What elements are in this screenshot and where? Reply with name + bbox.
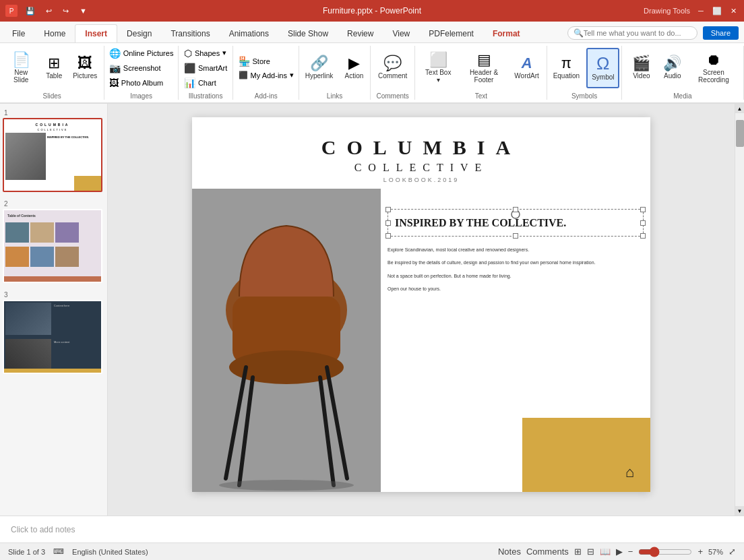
slide-subtitle: COLLECTIVE	[192, 162, 650, 174]
quick-customize[interactable]: ▼	[77, 5, 90, 16]
shapes-button[interactable]: ⬡ Shapes ▾	[181, 46, 230, 60]
comments-button[interactable]: Comments	[526, 547, 569, 557]
photo-album-button[interactable]: 🖼 Photo Album	[106, 76, 177, 90]
slide-editor: COLUMBIA COLLECTIVE LOOKBOOK.2019	[108, 104, 735, 516]
images-small-group: 🌐 Online Pictures 📷 Screenshot 🖼 Photo A…	[106, 46, 177, 90]
scroll-up-button[interactable]: ▲	[735, 104, 745, 113]
handle-mr[interactable]	[640, 220, 646, 226]
text-group-items: ⬜ Text Box ▾ ▤ Header & Footer A WordArt	[421, 46, 541, 90]
audio-button[interactable]: 🔊 Audio	[658, 48, 687, 88]
slide-sorter-button[interactable]: ⊟	[587, 547, 594, 557]
gold-bar: ⌂	[522, 418, 650, 492]
handle-tr[interactable]	[640, 207, 646, 212]
screenshot-icon: 📷	[109, 63, 121, 73]
quick-undo[interactable]: ↩	[43, 5, 55, 17]
store-button[interactable]: 🏪 Store	[236, 55, 297, 68]
title-bar: P 💾 ↩ ↪ ▼ Furniture.pptx - PowerPoint Dr…	[0, 0, 744, 22]
slideshow-button[interactable]: ▶	[616, 547, 623, 557]
tab-file[interactable]: File	[3, 25, 34, 42]
my-addins-button[interactable]: ⬛ My Add-ins ▾	[236, 69, 297, 81]
symbols-group-label: Symbols	[571, 90, 597, 100]
tab-home[interactable]: Home	[34, 25, 75, 42]
ribbon-group-addins: 🏪 Store ⬛ My Add-ins ▾ Add-ins	[233, 46, 299, 100]
images-group-items: 🌐 Online Pictures 📷 Screenshot 🖼 Photo A…	[106, 46, 177, 90]
restore-button[interactable]: ⬜	[712, 5, 722, 16]
minimize-button[interactable]: ─	[695, 5, 706, 16]
action-button[interactable]: ▶ Action	[340, 48, 368, 88]
screen-recording-button[interactable]: ⏺ Screen Recording	[689, 48, 738, 88]
quick-redo[interactable]: ↪	[60, 5, 71, 17]
tab-animations[interactable]: Animations	[220, 25, 278, 42]
slide-right-content: INSPIRED BY THE COLLECTIVE. Explore Scan…	[381, 189, 650, 492]
reading-view-button[interactable]: 📖	[600, 547, 611, 557]
tab-slideshow[interactable]: Slide Show	[278, 25, 338, 42]
slide-image-1[interactable]: COLUMBIA COLLECTIVE INSPIRED BY THE COLL…	[3, 118, 102, 192]
video-icon: 🎬	[632, 56, 650, 71]
comments-group-label: Comments	[377, 90, 409, 100]
tab-review[interactable]: Review	[338, 25, 383, 42]
textbox-icon: ⬜	[429, 53, 447, 67]
wordart-button[interactable]: A WordArt	[512, 48, 541, 88]
zoom-out-icon[interactable]: −	[628, 547, 633, 557]
table-button[interactable]: ⊞ Table	[40, 48, 68, 88]
header-footer-button[interactable]: ▤ Header & Footer	[458, 48, 509, 88]
pictures-button[interactable]: 🖼 Pictures	[71, 48, 99, 88]
slide-image-2[interactable]: Table of Contents	[3, 209, 102, 283]
handle-bl[interactable]	[385, 233, 391, 239]
tab-design[interactable]: Design	[117, 25, 161, 42]
tab-transitions[interactable]: Transitions	[161, 25, 219, 42]
fit-slide-button[interactable]: ⤢	[728, 547, 736, 557]
handle-bm[interactable]	[513, 233, 518, 239]
zoom-in-icon[interactable]: +	[698, 547, 703, 557]
close-button[interactable]: ✕	[728, 5, 739, 16]
illustrations-group-label: Illustrations	[189, 90, 223, 100]
screenshot-button[interactable]: 📷 Screenshot	[106, 61, 177, 75]
ribbon-group-images: 🌐 Online Pictures 📷 Screenshot 🖼 Photo A…	[104, 46, 178, 100]
textbox-button[interactable]: ⬜ Text Box ▾	[421, 48, 456, 88]
vertical-scrollbar[interactable]: ▲ ▼	[735, 104, 744, 516]
ribbon: 📄 New Slide ⊞ Table 🖼 Pictures Slides 🌐 …	[0, 43, 744, 104]
share-button[interactable]: Share	[703, 26, 739, 40]
comment-icon: 💬	[383, 56, 402, 71]
slide-thumbnail-2[interactable]: 2 Table of Contents	[3, 200, 104, 283]
slide-canvas-main[interactable]: COLUMBIA COLLECTIVE LOOKBOOK.2019	[192, 117, 650, 492]
chart-button[interactable]: 📊 Chart	[181, 76, 230, 90]
tab-view[interactable]: View	[383, 25, 419, 42]
logo-symbol: ⌂	[625, 464, 634, 481]
ribbon-group-links: 🔗 Hyperlink ▶ Action Links	[299, 46, 371, 100]
slide-thumbnail-3[interactable]: 3 Content here	[3, 291, 104, 374]
slide-year: LOOKBOOK.2019	[192, 177, 650, 183]
handle-tl[interactable]	[385, 207, 391, 212]
search-input[interactable]	[584, 29, 691, 37]
symbol-button[interactable]: Ω Symbol	[586, 48, 619, 88]
tab-format[interactable]: Format	[483, 25, 530, 42]
handle-br[interactable]	[640, 233, 646, 239]
store-icon: 🏪	[239, 56, 250, 67]
comment-button[interactable]: 💬 Comment	[374, 48, 411, 88]
tab-insert[interactable]: Insert	[75, 24, 117, 42]
slide-image-3[interactable]: Content here More content	[3, 300, 102, 374]
handle-ml[interactable]	[385, 220, 391, 226]
scroll-track[interactable]	[735, 113, 745, 506]
hyperlink-button[interactable]: 🔗 Hyperlink	[301, 48, 338, 88]
scroll-down-button[interactable]: ▼	[735, 506, 745, 516]
search-box[interactable]: 🔍	[567, 26, 698, 40]
chart-icon: 📊	[184, 77, 195, 88]
notes-area[interactable]: Click to add notes	[0, 516, 744, 542]
screen-recording-icon: ⏺	[706, 53, 721, 67]
handle-tm[interactable]	[513, 207, 518, 212]
pictures-icon: 🖼	[78, 56, 92, 71]
tab-pdfelement[interactable]: PDFelement	[419, 25, 483, 42]
text-selection-box[interactable]: INSPIRED BY THE COLLECTIVE.	[388, 209, 644, 237]
scroll-thumb[interactable]	[736, 120, 744, 147]
notes-button[interactable]: Notes	[498, 547, 521, 557]
new-slide-button[interactable]: 📄 New Slide	[5, 48, 37, 88]
slide-thumbnail-1[interactable]: 1 COLUMBIA COLLECTIVE INSPIRED BY THE CO…	[3, 109, 104, 192]
normal-view-button[interactable]: ⊞	[574, 547, 582, 557]
zoom-slider[interactable]	[638, 547, 692, 557]
online-pictures-button[interactable]: 🌐 Online Pictures	[106, 46, 177, 60]
smartart-button[interactable]: ⬛ SmartArt	[181, 61, 230, 75]
video-button[interactable]: 🎬 Video	[627, 48, 656, 88]
equation-button[interactable]: π Equation	[549, 48, 584, 88]
quick-save[interactable]: 💾	[23, 5, 38, 17]
